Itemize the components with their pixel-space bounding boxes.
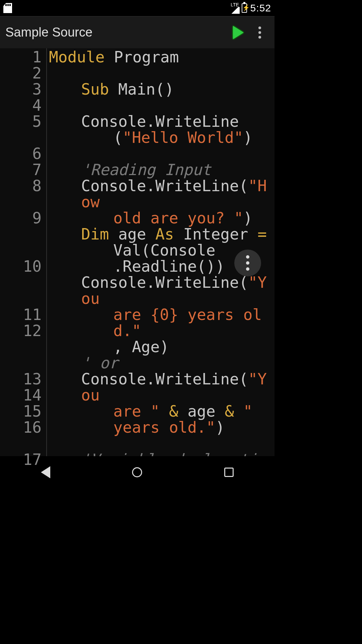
token-kw: Module	[49, 48, 105, 66]
token-kw: Dim	[81, 225, 109, 243]
line-number: 6	[0, 146, 42, 162]
code-line[interactable]: ' or	[49, 355, 273, 371]
token-plain: Integer	[174, 225, 257, 243]
line-number: 13	[0, 371, 42, 387]
token-plain: .Readline())	[113, 257, 225, 275]
app-bar: Sample Source	[0, 16, 275, 48]
code-line[interactable]: 'Variable declaration	[49, 451, 273, 456]
nav-home-button[interactable]	[132, 467, 142, 477]
code-line[interactable]: ("Hello World")	[49, 129, 273, 146]
nav-recents-button[interactable]	[224, 468, 234, 477]
code-line[interactable]: , Age)	[49, 339, 273, 355]
battery-charging-icon	[242, 3, 247, 13]
token-plain	[160, 402, 169, 420]
code-line[interactable]	[49, 97, 273, 113]
token-plain: age	[109, 225, 155, 243]
code-line[interactable]: Console.WriteLine("How	[49, 178, 273, 210]
code-line[interactable]: are {0} years old."	[49, 307, 273, 339]
token-plain: (	[113, 128, 123, 147]
token-plain: Console.WriteLine(	[81, 370, 248, 388]
status-left	[3, 3, 12, 13]
token-op: =	[257, 225, 267, 243]
code-line[interactable]	[49, 65, 273, 81]
network-signal-icon: LTE	[230, 2, 240, 14]
home-icon	[132, 467, 142, 477]
back-icon	[41, 466, 50, 478]
line-number: 4	[0, 97, 42, 113]
status-right: LTE 5:52	[230, 2, 271, 14]
token-op: &	[225, 402, 234, 420]
line-number: 12	[0, 323, 42, 339]
line-number: 7	[0, 162, 42, 178]
token-plain: Console.WriteLine	[81, 112, 239, 130]
code-line[interactable]: Console.WriteLine("You	[49, 274, 273, 307]
nav-back-button[interactable]	[41, 466, 50, 478]
token-str: are {0} years old."	[113, 306, 262, 340]
code-line[interactable]	[49, 435, 273, 451]
run-button[interactable]	[226, 20, 250, 45]
code-line[interactable]: old are you? ")	[49, 210, 273, 226]
line-number	[0, 290, 42, 307]
line-number: 1	[0, 49, 42, 65]
line-number	[0, 226, 42, 242]
line-number: 9	[0, 210, 42, 226]
editor-fab-button[interactable]	[234, 250, 261, 276]
code-line[interactable]: years old.")	[49, 419, 273, 435]
code-line[interactable]: Dim age As Integer =	[49, 226, 273, 242]
token-cmt: 'Reading Input	[81, 161, 211, 179]
code-editor[interactable]: 1234567891011121314151617 Module Program…	[0, 48, 275, 456]
token-plain: age	[178, 402, 225, 420]
line-number: 8	[0, 178, 42, 194]
line-number	[0, 339, 42, 355]
overflow-menu-button[interactable]	[250, 20, 269, 45]
token-op: &	[169, 402, 178, 420]
token-str: years old."	[113, 418, 216, 436]
code-line[interactable]: are " & age & "	[49, 403, 273, 419]
code-line[interactable]: Console.WriteLine("You	[49, 371, 273, 403]
line-number	[0, 194, 42, 210]
recents-icon	[224, 468, 234, 477]
token-plain: Program	[105, 48, 179, 66]
token-plain: , Age)	[113, 338, 169, 356]
token-plain: Main()	[109, 80, 174, 98]
token-cmt: 'Variable declaration	[81, 450, 267, 456]
sd-card-icon	[3, 3, 12, 13]
page-title: Sample Source	[5, 25, 226, 40]
token-plain: Val(Console	[113, 241, 216, 259]
more-vert-icon	[258, 31, 261, 34]
line-number-gutter: 1234567891011121314151617	[0, 48, 47, 456]
more-vert-icon	[246, 261, 249, 265]
code-line[interactable]: 'Reading Input	[49, 162, 273, 178]
token-cmt: ' or	[81, 354, 118, 372]
token-str: are "	[113, 402, 160, 420]
token-str: "Hello World"	[123, 128, 243, 147]
token-str: old are you? "	[113, 209, 243, 227]
status-clock: 5:52	[250, 2, 271, 14]
line-number: 17	[0, 451, 42, 468]
line-number: 10	[0, 258, 42, 274]
token-plain: Console.WriteLine(	[81, 177, 248, 195]
token-plain	[234, 402, 243, 420]
token-plain: Console.WriteLine(	[81, 273, 248, 291]
line-number: 15	[0, 403, 42, 419]
line-number: 3	[0, 81, 42, 97]
line-number	[0, 355, 42, 371]
token-kw: Sub	[81, 80, 109, 98]
code-line[interactable]: Console.WriteLine	[49, 113, 273, 129]
line-number: 5	[0, 113, 42, 129]
line-number: 14	[0, 387, 42, 403]
line-number	[0, 129, 42, 146]
code-line[interactable]: Module Program	[49, 49, 273, 65]
line-number	[0, 274, 42, 290]
token-str: "	[243, 402, 253, 420]
line-number	[0, 242, 42, 258]
play-icon	[233, 26, 244, 39]
token-kw: As	[156, 225, 174, 243]
token-plain: )	[216, 418, 225, 436]
token-plain: )	[243, 128, 253, 147]
code-line[interactable]: Sub Main()	[49, 81, 273, 97]
line-number: 2	[0, 65, 42, 81]
token-plain: )	[243, 209, 253, 227]
line-number: 11	[0, 307, 42, 323]
code-line[interactable]	[49, 146, 273, 162]
